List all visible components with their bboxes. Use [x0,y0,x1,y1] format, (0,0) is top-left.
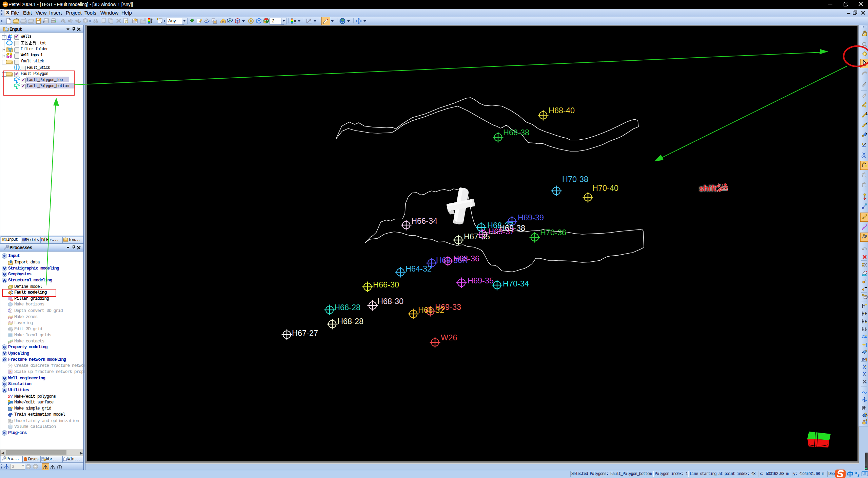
svg-text:1: 1 [866,112,868,115]
svg-text:H70-34: H70-34 [503,279,529,288]
svg-text:H66-32: H66-32 [418,306,444,315]
svg-text:H66-28: H66-28 [334,303,360,312]
svg-text:H69-37: H69-37 [488,227,514,236]
svg-text:H67-27: H67-27 [292,329,318,338]
svg-text:H68-36: H68-36 [453,254,479,263]
svg-text:H68-40: H68-40 [549,106,575,115]
svg-text:shift: shift [699,184,716,193]
svg-text:?: ? [11,420,13,423]
svg-text:H67-35: H67-35 [464,232,490,241]
svg-text:W26: W26 [441,333,457,342]
svg-text:H68-38: H68-38 [503,128,529,137]
svg-text:H69-35: H69-35 [468,276,494,285]
svg-text:H68-28: H68-28 [337,317,363,326]
svg-text:H68-30: H68-30 [377,297,403,306]
svg-text:H70-40: H70-40 [592,184,618,193]
svg-text:H66-30: H66-30 [373,280,399,289]
svg-text:2: 2 [866,122,868,125]
svg-text:H70-36: H70-36 [540,228,566,237]
svg-text:H66-34: H66-34 [411,217,437,225]
svg-text:H69-39: H69-39 [518,213,544,222]
svg-text:H64-32: H64-32 [406,264,432,273]
svg-text:H70-38: H70-38 [562,175,588,184]
